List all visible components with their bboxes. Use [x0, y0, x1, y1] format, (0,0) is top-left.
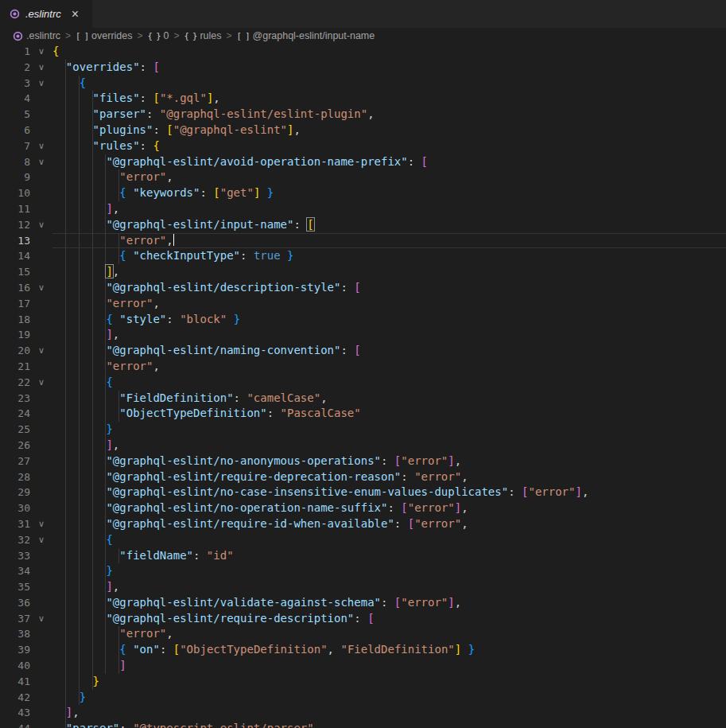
code-line[interactable]: 39{ "on": ["ObjectTypeDefinition", "Fiel…	[0, 642, 726, 658]
code-line[interactable]: 35],	[0, 579, 726, 595]
code-line-text[interactable]: "@graphql-eslint/description-style": [	[52, 280, 726, 296]
code-line-text[interactable]: {	[52, 76, 726, 91]
code-line-text[interactable]: ],	[52, 579, 726, 595]
code-line-text[interactable]: "plugins": ["@graphql-eslint"],	[52, 123, 726, 138]
code-line-text[interactable]: }	[52, 422, 726, 438]
code-line[interactable]: 42}	[0, 690, 726, 706]
code-line-text[interactable]: "FieldDefinition": "camelCase",	[52, 391, 726, 407]
code-line[interactable]: 18{ "style": "block" }	[0, 312, 726, 328]
code-line[interactable]: 36"@graphql-eslint/validate-against-sche…	[0, 595, 726, 611]
code-line[interactable]: 26],	[0, 438, 726, 454]
code-line-text[interactable]: {	[52, 44, 726, 60]
code-line[interactable]: 15],	[0, 264, 726, 280]
code-line-text[interactable]: "@graphql-eslint/no-case-insensitive-enu…	[52, 485, 726, 500]
code-line[interactable]: 21"error",	[0, 359, 726, 375]
code-line-text[interactable]: {	[52, 532, 726, 548]
breadcrumb-item--eslintrc[interactable]: .eslintrc	[13, 30, 60, 41]
code-line[interactable]: 5"parser": "@graphql-eslint/eslint-plugi…	[0, 107, 726, 123]
code-line-text[interactable]: "@graphql-eslint/naming-convention": [	[52, 343, 726, 359]
code-line[interactable]: 16∨"@graphql-eslint/description-style": …	[0, 280, 726, 296]
code-line-text[interactable]: "overrides": [	[52, 60, 726, 76]
code-line-text[interactable]: "@graphql-eslint/input-name": [	[52, 217, 726, 233]
code-line[interactable]: 28"@graphql-eslint/require-deprecation-r…	[0, 469, 726, 485]
code-line[interactable]: 7∨"rules": {	[0, 138, 726, 154]
code-line-text[interactable]: "error",	[52, 296, 726, 312]
code-line-text[interactable]: "ObjectTypeDefinition": "PascalCase"	[52, 406, 726, 422]
code-line[interactable]: 38"error",	[0, 626, 726, 642]
breadcrumb-item-overrides[interactable]: [ ]overrides	[76, 30, 132, 41]
breadcrumb-item-0[interactable]: { }0	[148, 30, 169, 41]
fold-chevron-icon[interactable]: ∨	[30, 138, 52, 154]
breadcrumb-item-rules[interactable]: { }rules	[184, 30, 221, 41]
code-line[interactable]: 25}	[0, 422, 726, 438]
code-line[interactable]: 31∨"@graphql-eslint/require-id-when-avai…	[0, 516, 726, 532]
code-line-text[interactable]: "@graphql-eslint/require-description": [	[52, 611, 726, 627]
code-line[interactable]: 9"error",	[0, 169, 726, 185]
code-line-text[interactable]: ],	[52, 327, 726, 343]
fold-chevron-icon[interactable]: ∨	[30, 611, 52, 627]
code-line[interactable]: 11],	[0, 201, 726, 217]
code-line[interactable]: 14{ "checkInputType": true }	[0, 248, 726, 264]
code-line-text[interactable]: "fieldName": "id"	[52, 548, 726, 564]
fold-chevron-icon[interactable]: ∨	[30, 217, 52, 233]
code-line[interactable]: 17"error",	[0, 296, 726, 312]
code-line-text[interactable]: "@graphql-eslint/require-deprecation-rea…	[52, 469, 726, 485]
code-line[interactable]: 43],	[0, 705, 726, 721]
code-line[interactable]: 6"plugins": ["@graphql-eslint"],	[0, 123, 726, 138]
code-line-text[interactable]: ],	[52, 705, 726, 721]
code-line-text[interactable]: "error",	[52, 233, 726, 249]
code-line[interactable]: 13"error",	[0, 233, 726, 249]
code-line-text[interactable]: }	[52, 690, 726, 706]
code-line-text[interactable]: "parser": "@graphql-eslint/eslint-plugin…	[52, 107, 726, 123]
code-line[interactable]: 12∨"@graphql-eslint/input-name": [	[0, 217, 726, 233]
code-line-text[interactable]: "@graphql-eslint/no-operation-name-suffi…	[52, 500, 726, 516]
code-line[interactable]: 40]	[0, 658, 726, 674]
code-line[interactable]: 2∨"overrides": [	[0, 60, 726, 76]
code-line-text[interactable]: }	[52, 563, 726, 579]
close-icon[interactable]: ×	[72, 8, 79, 21]
code-line-text[interactable]: }	[52, 674, 726, 690]
code-line[interactable]: 33"fieldName": "id"	[0, 548, 726, 564]
fold-chevron-icon[interactable]: ∨	[30, 375, 52, 391]
code-line-text[interactable]: "error",	[52, 626, 726, 642]
code-line-text[interactable]: {	[52, 375, 726, 391]
code-line[interactable]: 10{ "keywords": ["get"] }	[0, 185, 726, 201]
code-line[interactable]: 44"parser": "@typescript-eslint/parser"	[0, 721, 726, 728]
fold-chevron-icon[interactable]: ∨	[30, 343, 52, 359]
code-line[interactable]: 3∨{	[0, 76, 726, 91]
fold-chevron-icon[interactable]: ∨	[30, 76, 52, 91]
code-line-text[interactable]: "rules": {	[52, 138, 726, 154]
fold-chevron-icon[interactable]: ∨	[30, 516, 52, 532]
code-line[interactable]: 32∨{	[0, 532, 726, 548]
code-line-text[interactable]: "@graphql-eslint/avoid-operation-name-pr…	[52, 154, 726, 170]
code-line[interactable]: 30"@graphql-eslint/no-operation-name-suf…	[0, 500, 726, 516]
code-line-text[interactable]: { "keywords": ["get"] }	[52, 185, 726, 201]
code-line[interactable]: 37∨"@graphql-eslint/require-description"…	[0, 611, 726, 627]
code-line[interactable]: 8∨"@graphql-eslint/avoid-operation-name-…	[0, 154, 726, 170]
code-line[interactable]: 27"@graphql-eslint/no-anonymous-operatio…	[0, 454, 726, 469]
code-line[interactable]: 24"ObjectTypeDefinition": "PascalCase"	[0, 406, 726, 422]
code-line-text[interactable]: "error",	[52, 169, 726, 185]
code-line-text[interactable]: "parser": "@typescript-eslint/parser"	[52, 721, 726, 728]
code-line[interactable]: 23"FieldDefinition": "camelCase",	[0, 391, 726, 407]
fold-chevron-icon[interactable]: ∨	[30, 60, 52, 76]
code-line[interactable]: 19],	[0, 327, 726, 343]
code-line-text[interactable]: { "checkInputType": true }	[52, 248, 726, 264]
code-line[interactable]: 22∨{	[0, 375, 726, 391]
fold-chevron-icon[interactable]: ∨	[30, 154, 52, 170]
code-line-text[interactable]: ],	[52, 438, 726, 454]
tab-eslintrc[interactable]: .eslintrc ×	[0, 0, 92, 28]
fold-chevron-icon[interactable]: ∨	[30, 280, 52, 296]
code-line-text[interactable]: "@graphql-eslint/no-anonymous-operations…	[52, 454, 726, 469]
code-line[interactable]: 29"@graphql-eslint/no-case-insensitive-e…	[0, 485, 726, 500]
code-line-text[interactable]: ],	[52, 201, 726, 217]
code-line-text[interactable]: "@graphql-eslint/require-id-when-availab…	[52, 516, 726, 532]
fold-chevron-icon[interactable]: ∨	[30, 532, 52, 548]
code-line[interactable]: 1∨{	[0, 44, 726, 60]
code-line[interactable]: 4"files": ["*.gql"],	[0, 91, 726, 107]
code-line-text[interactable]: "error",	[52, 359, 726, 375]
code-line[interactable]: 34}	[0, 563, 726, 579]
code-line-text[interactable]: ]	[52, 658, 726, 674]
code-line[interactable]: 41}	[0, 674, 726, 690]
code-line-text[interactable]: { "on": ["ObjectTypeDefinition", "FieldD…	[52, 642, 726, 658]
